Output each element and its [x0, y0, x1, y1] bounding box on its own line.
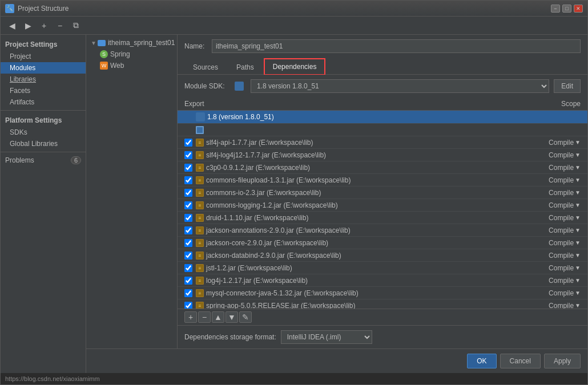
dep-edit-button[interactable]: ✎: [239, 311, 252, 323]
table-row[interactable]: mysql-connector-java-5.1.32.jar (E:\work…: [178, 287, 587, 299]
table-row[interactable]: jstl-1.2.jar (E:\workspace\lib)Compile ▼: [178, 262, 587, 274]
module-sdk-row: Module SDK: 1.8 version 1.8.0_51 Edit: [178, 75, 587, 98]
dep-name: slf4j-api-1.7.7.jar (E:\workspace\lib): [206, 139, 541, 147]
table-row[interactable]: slf4j-api-1.7.7.jar (E:\workspace\lib)Co…: [178, 136, 587, 149]
maximize-button[interactable]: □: [562, 5, 571, 13]
tree-web-item[interactable]: W Web: [86, 60, 177, 71]
tabs-row: Sources Paths Dependencies: [178, 58, 587, 75]
add-button[interactable]: +: [37, 19, 51, 32]
dep-name: jackson-core-2.9.0.jar (E:\workspace\lib…: [206, 239, 541, 247]
sidebar-item-problems[interactable]: Problems 6: [1, 155, 86, 166]
scope-arrow[interactable]: ▼: [575, 277, 581, 283]
sidebar-item-libraries[interactable]: Libraries: [1, 74, 86, 85]
dep-checkbox[interactable]: [184, 139, 192, 147]
sidebar-item-sdks[interactable]: SDKs: [1, 127, 86, 138]
dep-checkbox[interactable]: [184, 302, 192, 309]
scope-arrow[interactable]: ▼: [575, 152, 581, 158]
table-row[interactable]: commons-io-2.3.jar (E:\workspace\lib)Com…: [178, 187, 587, 199]
tree-root-label: itheima_spring_test01: [108, 39, 175, 47]
tab-dependencies[interactable]: Dependencies: [264, 58, 326, 75]
dep-name: slf4j-log4j12-1.7.7.jar (E:\workspace\li…: [206, 151, 541, 159]
scope-arrow[interactable]: ▼: [575, 290, 581, 296]
table-row[interactable]: commons-fileupload-1.3.1.jar (E:\workspa…: [178, 174, 587, 187]
forward-button[interactable]: ▶: [21, 19, 35, 32]
module-sdk-select[interactable]: 1.8 version 1.8.0_51: [251, 79, 549, 93]
table-row[interactable]: jackson-core-2.9.0.jar (E:\workspace\lib…: [178, 237, 587, 249]
dep-add-button[interactable]: +: [184, 311, 197, 323]
dep-down-button[interactable]: ▼: [225, 311, 238, 323]
table-row[interactable]: jackson-annotations-2.9.0.jar (E:\worksp…: [178, 224, 587, 237]
dep-remove-button[interactable]: −: [198, 311, 211, 323]
dep-checkbox[interactable]: [184, 239, 192, 247]
sidebar-divider: [1, 110, 86, 111]
scope-arrow[interactable]: ▼: [575, 164, 581, 171]
dep-checkbox[interactable]: [184, 226, 192, 234]
apply-button[interactable]: Apply: [544, 354, 581, 368]
scope-arrow[interactable]: ▼: [575, 252, 581, 258]
sidebar-item-global-libraries[interactable]: Global Libraries: [1, 138, 86, 149]
table-row[interactable]: [178, 124, 587, 136]
scope-arrow[interactable]: ▼: [575, 202, 581, 208]
dep-checkbox[interactable]: [184, 277, 192, 285]
remove-button[interactable]: −: [53, 19, 67, 32]
table-row[interactable]: c3p0-0.9.1.2.jar (E:\workspace\lib)Compi…: [178, 161, 587, 174]
scope-arrow[interactable]: ▼: [575, 302, 581, 309]
dep-checkbox[interactable]: [184, 189, 192, 197]
spring-icon: S: [100, 50, 108, 58]
edit-sdk-button[interactable]: Edit: [554, 79, 581, 93]
table-row[interactable]: druid-1.1.10.jar (E:\workspace\lib)Compi…: [178, 212, 587, 224]
table-row[interactable]: commons-logging-1.2.jar (E:\workspace\li…: [178, 199, 587, 212]
table-row[interactable]: slf4j-log4j12-1.7.7.jar (E:\workspace\li…: [178, 149, 587, 161]
dep-scope: Compile ▼: [541, 201, 581, 209]
scope-arrow[interactable]: ▼: [575, 177, 581, 183]
dep-checkbox[interactable]: [184, 151, 192, 159]
sidebar-item-artifacts[interactable]: Artifacts: [1, 96, 86, 108]
module-folder-icon: [98, 40, 106, 46]
dep-scope: Compile ▼: [541, 277, 581, 285]
tab-paths[interactable]: Paths: [228, 59, 263, 75]
table-row[interactable]: jackson-databind-2.9.0.jar (E:\workspace…: [178, 249, 587, 262]
tree-spring-item[interactable]: S Spring: [86, 48, 177, 60]
url-text: https://blog.csdn.net/xiaoxiamimm: [5, 375, 100, 382]
tree-expand-arrow: ▼: [91, 40, 96, 46]
sidebar: Project Settings Project Modules Librari…: [1, 35, 86, 373]
dep-name: druid-1.1.10.jar (E:\workspace\lib): [206, 214, 541, 222]
scope-arrow[interactable]: ▼: [575, 139, 581, 145]
scope-arrow[interactable]: ▼: [575, 227, 581, 233]
dep-header: Export Scope: [178, 98, 587, 111]
scope-arrow[interactable]: ▼: [575, 189, 581, 196]
name-input[interactable]: [212, 39, 581, 53]
scope-arrow[interactable]: ▼: [575, 214, 581, 221]
table-row[interactable]: log4j-1.2.17.jar (E:\workspace\lib)Compi…: [178, 274, 587, 287]
cancel-button[interactable]: Cancel: [500, 354, 541, 368]
jdk-icon: [196, 112, 205, 121]
storage-format-select[interactable]: IntelliJ IDEA (.iml) Eclipse (.classpath…: [281, 330, 372, 344]
dep-checkbox[interactable]: [184, 289, 192, 297]
copy-button[interactable]: ⧉: [69, 19, 83, 32]
sidebar-item-modules[interactable]: Modules: [1, 62, 86, 74]
jar-icon: [196, 139, 204, 147]
minimize-button[interactable]: −: [551, 5, 560, 13]
dep-checkbox[interactable]: [184, 201, 192, 209]
table-row[interactable]: spring-aop-5.0.5.RELEASE.jar (E:\workspa…: [178, 299, 587, 309]
window-title: Project Structure: [18, 5, 551, 13]
ok-button[interactable]: OK: [467, 354, 496, 368]
dep-checkbox[interactable]: [184, 176, 192, 184]
dep-scope: Compile ▼: [541, 239, 581, 247]
dep-checkbox[interactable]: [184, 252, 192, 260]
dep-checkbox[interactable]: [184, 264, 192, 272]
sidebar-item-project[interactable]: Project: [1, 51, 86, 62]
scope-arrow[interactable]: ▼: [575, 265, 581, 271]
dep-checkbox[interactable]: [184, 214, 192, 222]
tab-sources[interactable]: Sources: [184, 59, 227, 75]
problems-badge: 6: [71, 156, 81, 164]
sidebar-item-facets[interactable]: Facets: [1, 85, 86, 96]
tree-root-item[interactable]: ▼ itheima_spring_test01: [86, 37, 177, 48]
right-panel: ▼ itheima_spring_test01 S Spring W Web: [86, 35, 587, 373]
dep-up-button[interactable]: ▲: [212, 311, 224, 323]
scope-arrow[interactable]: ▼: [575, 240, 581, 246]
dep-checkbox[interactable]: [184, 164, 192, 172]
table-row[interactable]: 1.8 (version 1.8.0_51): [178, 111, 587, 124]
close-button[interactable]: ✕: [574, 5, 583, 13]
back-button[interactable]: ◀: [5, 19, 19, 32]
